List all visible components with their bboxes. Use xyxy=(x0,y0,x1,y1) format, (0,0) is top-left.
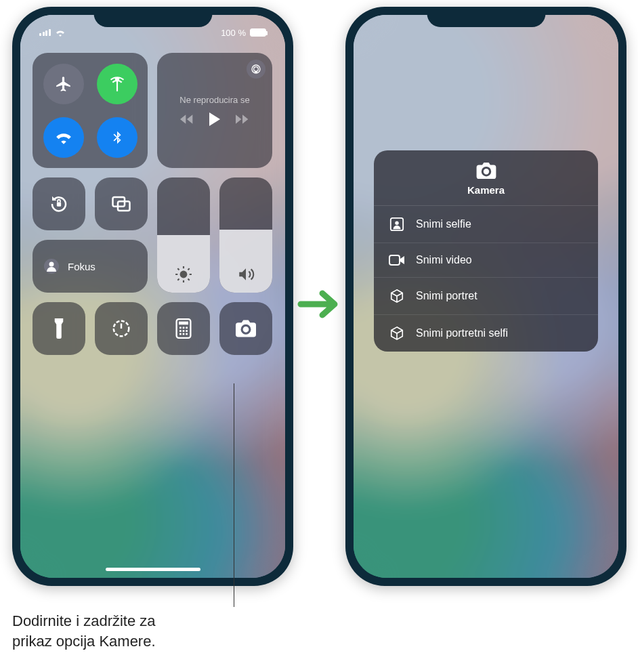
svg-rect-30 xyxy=(389,255,400,265)
svg-point-23 xyxy=(183,330,185,332)
svg-line-14 xyxy=(177,279,179,280)
bluetooth-icon xyxy=(110,129,125,146)
focus-label: Fokus xyxy=(68,261,95,272)
svg-line-12 xyxy=(177,268,179,270)
wifi-status-icon xyxy=(55,28,66,37)
calculator-icon xyxy=(175,318,192,339)
notch xyxy=(427,7,545,27)
bluetooth-toggle[interactable] xyxy=(97,117,137,158)
wifi-icon xyxy=(55,129,72,146)
timer-icon xyxy=(111,318,131,339)
cube-icon xyxy=(389,289,405,303)
svg-point-26 xyxy=(183,333,185,335)
camera-icon xyxy=(236,320,256,337)
cellular-data-toggle[interactable] xyxy=(97,64,137,104)
antenna-icon xyxy=(108,75,126,93)
menu-item-label: Snimi portretni selfi xyxy=(416,327,508,339)
svg-point-22 xyxy=(179,330,182,332)
brightness-slider[interactable] xyxy=(157,177,210,293)
previous-track-button[interactable] xyxy=(180,114,194,125)
airplay-icon xyxy=(251,64,261,75)
wifi-toggle[interactable] xyxy=(43,117,84,158)
svg-point-6 xyxy=(49,262,54,267)
timer-button[interactable] xyxy=(95,302,148,355)
flashlight-icon xyxy=(51,318,66,339)
camera-menu-item-video[interactable]: Snimi video xyxy=(374,243,598,277)
transition-arrow-icon xyxy=(297,288,341,320)
svg-point-19 xyxy=(179,327,182,329)
menu-item-label: Snimi portret xyxy=(416,290,477,302)
svg-point-27 xyxy=(186,333,188,335)
camera-icon xyxy=(476,163,496,179)
menu-item-label: Snimi video xyxy=(416,254,472,266)
person-square-icon xyxy=(389,217,405,232)
svg-rect-18 xyxy=(179,322,188,325)
battery-icon xyxy=(250,28,266,37)
callout-caption: Dodirnite i zadržite za prikaz opcija Ka… xyxy=(12,611,270,651)
airplay-button[interactable] xyxy=(247,60,265,79)
camera-menu-item-portrait-selfie[interactable]: Snimi portretni selfi xyxy=(374,314,598,352)
focus-icon xyxy=(43,258,60,274)
focus-button[interactable]: Fokus xyxy=(33,240,148,293)
camera-menu-item-portrait[interactable]: Snimi portret xyxy=(374,277,598,314)
play-button[interactable] xyxy=(209,112,221,126)
camera-button[interactable] xyxy=(219,302,272,355)
next-track-button[interactable] xyxy=(236,114,249,125)
video-icon xyxy=(389,254,405,266)
notch xyxy=(93,7,212,27)
calculator-button[interactable] xyxy=(157,302,210,355)
cellular-signal-icon xyxy=(39,29,51,36)
media-title: Ne reproducira se xyxy=(179,95,249,106)
svg-rect-2 xyxy=(57,203,61,207)
connectivity-tile[interactable] xyxy=(33,53,148,168)
volume-icon xyxy=(219,266,272,283)
volume-slider[interactable] xyxy=(219,177,272,293)
callout-leader-line xyxy=(234,383,234,607)
svg-point-20 xyxy=(183,327,185,329)
flashlight-button[interactable] xyxy=(33,302,85,355)
phone-right-camera-menu: Kamera Snimi selfie Snimi video xyxy=(345,7,626,586)
orientation-lock-button[interactable] xyxy=(33,177,85,230)
screen-mirroring-icon xyxy=(111,195,131,213)
svg-point-24 xyxy=(186,330,188,332)
svg-line-15 xyxy=(188,268,190,270)
svg-point-21 xyxy=(186,327,188,329)
home-indicator[interactable] xyxy=(106,568,200,571)
media-tile[interactable]: Ne reproducira se xyxy=(157,53,272,168)
airplane-icon xyxy=(55,75,72,93)
menu-item-label: Snimi selfie xyxy=(416,218,471,230)
svg-point-25 xyxy=(179,333,182,335)
camera-menu-title: Kamera xyxy=(467,184,505,196)
svg-point-29 xyxy=(395,221,399,225)
orientation-lock-icon xyxy=(49,194,69,214)
airplane-mode-toggle[interactable] xyxy=(43,64,84,104)
camera-menu-item-selfie[interactable]: Snimi selfie xyxy=(374,206,598,243)
camera-quick-actions-menu: Kamera Snimi selfie Snimi video xyxy=(374,150,598,352)
svg-point-7 xyxy=(180,271,188,278)
battery-percentage: 100 % xyxy=(221,28,246,38)
screen-mirroring-button[interactable] xyxy=(95,177,148,230)
brightness-icon xyxy=(157,266,210,283)
phone-left-control-center: 100 % xyxy=(12,7,293,586)
cube-icon xyxy=(389,326,405,341)
svg-line-13 xyxy=(188,279,190,280)
